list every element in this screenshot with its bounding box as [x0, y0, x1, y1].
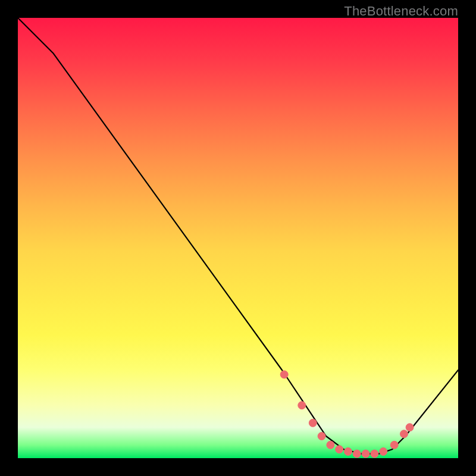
- curve-line: [18, 18, 458, 454]
- curve-marker: [362, 450, 369, 458]
- chart-plot-area: [18, 18, 458, 458]
- curve-marker: [371, 450, 378, 458]
- curve-marker: [400, 430, 408, 438]
- curve-marker: [280, 371, 288, 378]
- curve-marker: [318, 433, 325, 440]
- curve-marker: [390, 441, 398, 449]
- curve-marker: [327, 441, 334, 449]
- curve-marker: [353, 450, 361, 458]
- curve-markers: [280, 371, 414, 458]
- curve-marker: [309, 419, 317, 427]
- chart-svg: [0, 0, 476, 476]
- curve-marker: [336, 446, 343, 453]
- curve-marker: [406, 424, 414, 431]
- curve-marker: [380, 447, 387, 455]
- curve-marker: [345, 447, 352, 455]
- curve-marker: [298, 402, 306, 409]
